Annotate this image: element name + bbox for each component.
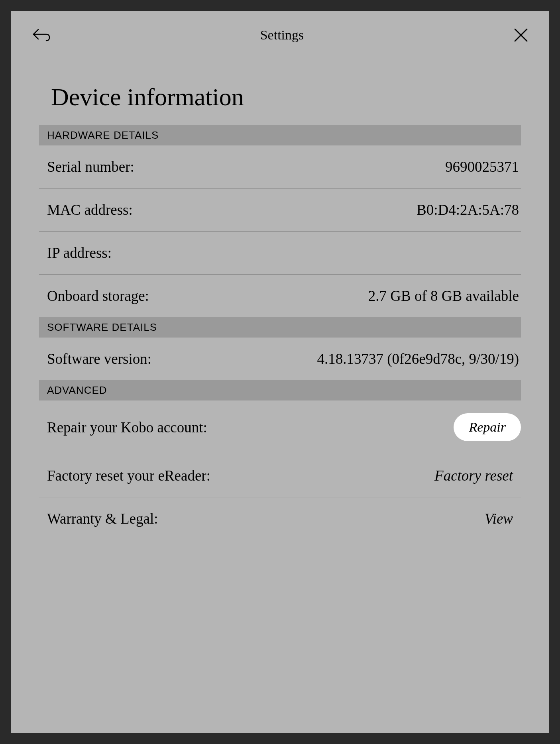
close-icon[interactable]: [513, 27, 529, 43]
serial-number-row: Serial number: 9690025371: [39, 145, 521, 188]
warranty-label: Warranty & Legal:: [39, 510, 158, 527]
content-area: Device information HARDWARE DETAILS Seri…: [11, 83, 549, 540]
serial-number-value: 9690025371: [445, 158, 521, 175]
mac-address-row: MAC address: B0:D4:2A:5A:78: [39, 188, 521, 232]
repair-button[interactable]: Repair: [454, 413, 521, 441]
storage-value: 2.7 GB of 8 GB available: [368, 287, 521, 304]
software-version-row: Software version: 4.18.13737 (0f26e9d78c…: [39, 338, 521, 380]
mac-address-value: B0:D4:2A:5A:78: [417, 201, 521, 218]
header-title: Settings: [260, 27, 304, 43]
repair-account-label: Repair your Kobo account:: [39, 419, 207, 436]
serial-number-label: Serial number:: [39, 158, 134, 175]
software-version-value: 4.18.13737 (0f26e9d78c, 9/30/19): [317, 350, 521, 367]
storage-row: Onboard storage: 2.7 GB of 8 GB availabl…: [39, 275, 521, 317]
software-section-header: SOFTWARE DETAILS: [39, 317, 521, 338]
warranty-row: Warranty & Legal: View: [39, 497, 521, 540]
factory-reset-label: Factory reset your eReader:: [39, 467, 210, 484]
factory-reset-row: Factory reset your eReader: Factory rese…: [39, 454, 521, 497]
ip-address-label: IP address:: [39, 244, 112, 261]
advanced-section-header: ADVANCED: [39, 380, 521, 400]
repair-account-row: Repair your Kobo account: Repair: [39, 400, 521, 454]
back-icon[interactable]: [31, 27, 51, 43]
page-title: Device information: [39, 83, 521, 111]
software-version-label: Software version:: [39, 350, 151, 367]
view-warranty-button[interactable]: View: [485, 510, 521, 527]
hardware-section-header: HARDWARE DETAILS: [39, 125, 521, 145]
ip-address-row: IP address:: [39, 232, 521, 275]
storage-label: Onboard storage:: [39, 287, 149, 304]
header-bar: Settings: [11, 11, 549, 55]
factory-reset-button[interactable]: Factory reset: [434, 467, 521, 484]
settings-screen: Settings Device information HARDWARE DET…: [11, 11, 549, 733]
mac-address-label: MAC address:: [39, 201, 133, 218]
